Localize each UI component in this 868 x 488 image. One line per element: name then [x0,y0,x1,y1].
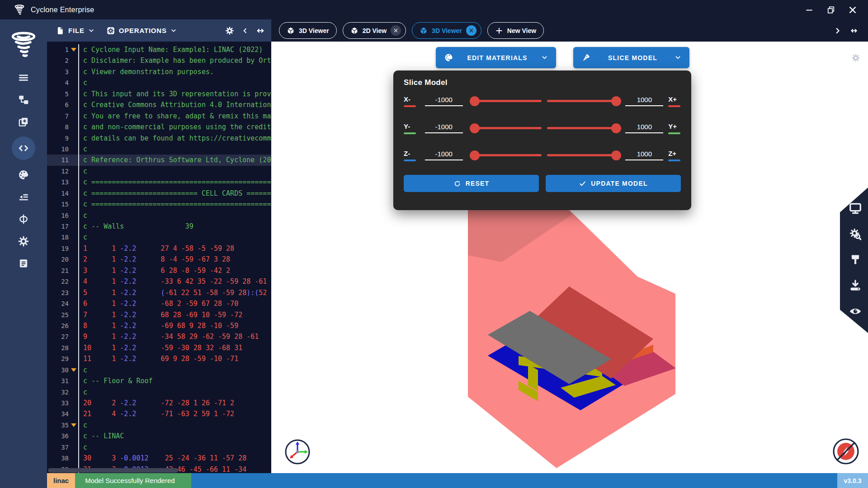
code-line[interactable]: 3830 3 -0.0012 25 -24 -36 11 -57 28 [47,453,271,464]
slice-x-max-slider[interactable] [547,100,620,102]
rail-item-brush[interactable] [849,253,863,267]
code-line[interactable]: 3c Viewer demonstration purposes. [47,66,271,77]
slider-thumb[interactable] [611,123,621,133]
code-line[interactable]: 3320 2 -2.2 -72 -28 1 26 -71 2 [47,398,271,408]
slider-thumb[interactable] [470,150,480,160]
code-line[interactable]: 268 1 -2.2 -69 68 9 28 -10 -59 [47,320,271,331]
slice-z-max-input[interactable] [625,150,663,160]
code-line[interactable]: 191 1 -2.2 27 4 -58 -5 -59 28 [47,243,271,254]
code-line[interactable]: 31c -- Floor & Roof [47,375,271,386]
slice-x-min-slider[interactable] [471,100,541,102]
slice-z-min-slider[interactable] [471,154,541,156]
code-line[interactable]: 12c [47,166,271,177]
code-line[interactable]: 8c and non-commercial purposes using the… [47,122,271,132]
code-line[interactable]: 15c ====================================… [47,199,271,210]
slice-z-max-slider[interactable] [547,154,620,156]
fold-marker-icon[interactable] [71,423,76,427]
code-line[interactable]: 36c -- LINAC [47,431,271,441]
slider-thumb[interactable] [470,123,480,133]
code-line[interactable]: 224 1 -2.2 -33 6 42 35 -22 -59 28 -61 [47,276,271,287]
tab-2d-view[interactable]: 2D View [343,22,406,39]
fold-marker-icon[interactable] [71,368,76,372]
file-menu-button[interactable]: FILE [56,26,94,35]
code-line[interactable]: 9c details can be found at https://creat… [47,133,271,144]
maximize-button[interactable] [826,5,835,14]
code-line[interactable]: 213 1 -2.2 6 28 -8 -59 -42 2 [47,265,271,276]
code-line[interactable]: 1c Cyclone Input Name: Example1: LINAC (… [47,44,271,55]
sidebar-item-phi[interactable] [12,211,35,226]
minimize-button[interactable] [805,5,814,14]
code-line[interactable]: 2810 1 -2.2 -59 -30 28 32 -68 31 [47,343,271,353]
code-line[interactable]: 13c ====================================… [47,177,271,188]
slice-y-max-slider[interactable] [547,127,620,129]
tab-3d-viewer[interactable]: 3D Viewer [279,22,337,39]
code-line[interactable]: 279 1 -2.2 -34 58 29 -62 -59 28 -61 [47,331,271,342]
expand-chevron-right-icon[interactable] [834,27,842,35]
sidebar-item-note[interactable] [12,256,35,271]
code-line[interactable]: 3421 4 -2.2 -71 -63 2 59 1 -72 [47,408,271,419]
code-editor[interactable]: 1c Cyclone Input Name: Example1: LINAC (… [47,42,271,473]
code-line[interactable]: 17c -- Walls 39 [47,221,271,232]
close-button[interactable] [848,5,857,14]
code-line[interactable]: 235 1 -2.2 (-61 22 51 -58 -59 28):(52 -5… [47,287,271,298]
slider-thumb[interactable] [611,150,621,160]
update-model-button[interactable]: UPDATE MODEL [546,175,681,192]
edit-materials-button[interactable]: EDIT MATERIALS [436,47,556,68]
code-line[interactable]: 7c You are free to share, adapt & remix … [47,111,271,122]
code-line[interactable]: 2c Disclaimer: Example has been produced… [47,55,271,66]
viewer-settings-gear-icon[interactable] [851,53,860,62]
rail-item-gearsearch[interactable] [849,227,863,242]
code-line[interactable]: 4c [47,77,271,88]
code-line[interactable]: 2911 1 -2.2 69 9 28 -59 -10 -71 [47,353,271,364]
code-line[interactable]: 16c [47,210,271,221]
reset-button[interactable]: RESET [404,175,539,192]
slider-thumb[interactable] [470,96,480,106]
code-line[interactable]: 35c [47,420,271,431]
sidebar-item-palette[interactable] [12,167,35,182]
tab-new-view[interactable]: New View [487,22,544,39]
code-line[interactable]: 14c ========================== CELL CARD… [47,188,271,199]
sidebar-item-menu[interactable] [12,70,35,85]
sidebar-item-sitemap[interactable] [12,92,35,107]
slice-model-button[interactable]: SLICE MODEL [573,47,689,68]
slice-y-min-input[interactable] [425,123,463,133]
slider-thumb[interactable] [611,96,621,106]
code-line[interactable]: 10c [47,144,271,155]
code-line[interactable]: 202 1 -2.2 8 -4 -59 -67 3 28 [47,254,271,265]
rail-item-download[interactable] [849,279,863,293]
code-line[interactable]: 6c Creative Commons Attribution 4.0 Inte… [47,99,271,110]
editor-horizontal-scrollbar[interactable] [47,468,271,473]
tab-3d-viewer[interactable]: 3D Viewer [412,22,481,39]
slice-y-min-slider[interactable] [471,127,541,129]
code-line[interactable]: 37c [47,442,271,453]
rail-item-monitor[interactable] [849,202,863,216]
code-line[interactable]: 18c [47,232,271,243]
slice-x-max-input[interactable] [625,96,663,106]
tab-close-button[interactable] [391,25,401,36]
viewer-3d-canvas[interactable]: EDIT MATERIALS SLICE MODEL Slice Model X… [271,42,868,473]
toggle-fast-render-disabled-icon[interactable] [832,437,860,465]
collapse-panel-chevron-left-icon[interactable] [241,27,249,34]
editor-scrollbar-thumb[interactable] [48,468,178,473]
sidebar-item-code[interactable] [12,136,35,160]
code-line[interactable]: 257 1 -2.2 68 28 -69 10 -59 -72 [47,310,271,320]
resize-arrows-icon[interactable] [850,27,858,35]
sidebar-item-copyplus[interactable] [12,114,35,129]
code-line[interactable]: 246 1 -2.2 -68 2 -59 67 28 -70 [47,298,271,309]
slice-x-min-input[interactable] [425,96,463,106]
tab-close-button[interactable] [466,25,476,36]
slice-y-max-input[interactable] [625,123,663,133]
sidebar-item-indent[interactable] [12,189,35,204]
resize-arrows-icon[interactable] [256,26,265,35]
axis-orientation-gizmo[interactable] [284,438,311,465]
fold-marker-icon[interactable] [71,48,76,52]
editor-settings-gear-icon[interactable] [225,26,234,35]
operations-menu-button[interactable]: OPERATIONS [106,26,177,35]
code-line[interactable]: 5c This input and its 3D representation … [47,89,271,99]
sidebar-item-gear[interactable] [12,234,35,249]
code-line[interactable]: 32c [47,387,271,398]
slice-z-min-input[interactable] [425,150,463,160]
code-line[interactable]: 11c Reference: Orthrus Software Ltd, Cyc… [47,155,271,165]
code-line[interactable]: 30c [47,365,271,375]
rail-item-eye[interactable] [849,305,863,319]
